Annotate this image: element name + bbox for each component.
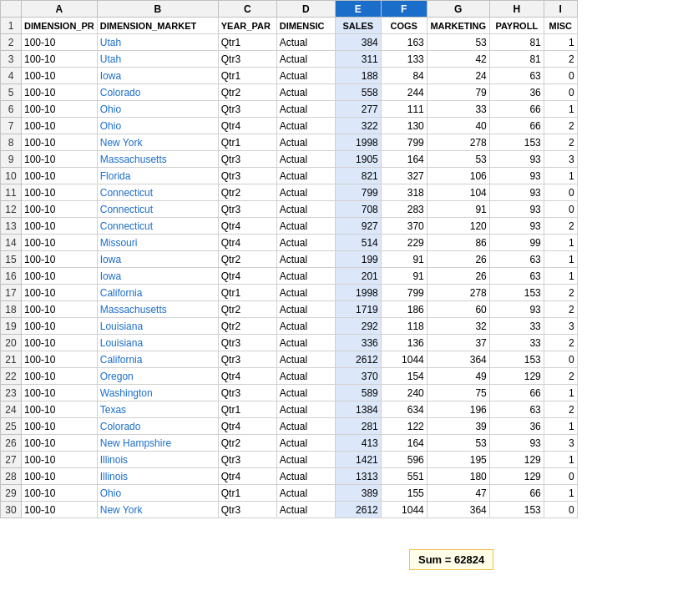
dimension-pr-cell[interactable]: 100-10 [22,435,98,452]
dimension-market-cell[interactable]: Ohio [97,101,218,118]
payroll-cell[interactable]: 63 [489,251,544,268]
cogs-cell[interactable]: 136 [381,335,427,351]
dimension-pr-cell[interactable]: 100-10 [22,184,98,201]
dimension-market-cell[interactable]: Utah [97,34,218,51]
col-header-i[interactable]: I [544,1,577,18]
payroll-cell[interactable]: 129 [489,452,544,468]
dimension-pr-cell[interactable]: 100-10 [22,502,98,518]
sales-cell[interactable]: 199 [335,251,381,268]
year-par-cell[interactable]: Qtr4 [218,468,276,485]
marketing-cell[interactable]: 120 [427,218,489,235]
misc-cell[interactable]: 2 [544,301,577,318]
table-row[interactable]: 16100-10IowaQtr4Actual2019126631 [1,268,578,285]
payroll-cell[interactable]: 93 [489,184,544,201]
dimension-cell[interactable]: Actual [276,134,335,151]
dimension-pr-cell[interactable]: 100-10 [22,235,98,251]
dimension-cell[interactable]: Actual [276,401,335,418]
dimension-market-cell[interactable]: Illinois [97,452,218,468]
marketing-cell[interactable]: 86 [427,235,489,251]
dimension-cell[interactable]: Actual [276,335,335,351]
misc-cell[interactable]: 0 [544,68,577,84]
marketing-cell[interactable]: 37 [427,335,489,351]
sales-cell[interactable]: 927 [335,218,381,235]
col-header-f[interactable]: F [381,1,427,18]
misc-cell[interactable]: 2 [544,285,577,301]
dimension-market-cell[interactable]: California [97,351,218,368]
cogs-cell[interactable]: 318 [381,184,427,201]
year-par-cell[interactable]: Qtr2 [218,184,276,201]
sales-cell[interactable]: 1384 [335,401,381,418]
year-par-cell[interactable]: Qtr4 [218,368,276,385]
misc-cell[interactable]: 1 [544,168,577,184]
dimension-pr-cell[interactable]: 100-10 [22,385,98,401]
table-row[interactable]: 15100-10IowaQtr2Actual1999126631 [1,251,578,268]
marketing-cell[interactable]: 26 [427,268,489,285]
year-par-cell[interactable]: Qtr4 [218,418,276,435]
marketing-cell[interactable]: 106 [427,168,489,184]
payroll-cell[interactable]: 63 [489,268,544,285]
table-row[interactable]: 22100-10OregonQtr4Actual370154491292 [1,368,578,385]
dimension-cell[interactable]: Actual [276,34,335,51]
sales-cell[interactable]: 384 [335,34,381,51]
table-row[interactable]: 21100-10CaliforniaQtr3Actual261210443641… [1,351,578,368]
dimension-cell[interactable]: Actual [276,502,335,518]
sales-cell[interactable]: 1313 [335,468,381,485]
dimension-cell[interactable]: Actual [276,468,335,485]
sales-cell[interactable]: 514 [335,235,381,251]
misc-cell[interactable]: 2 [544,218,577,235]
dimension-pr-cell[interactable]: 100-10 [22,218,98,235]
cogs-cell[interactable]: 596 [381,452,427,468]
table-row[interactable]: 14100-10MissouriQtr4Actual51422986991 [1,235,578,251]
sales-cell[interactable]: 821 [335,168,381,184]
dimension-pr-cell[interactable]: 100-10 [22,101,98,118]
dimension-pr-cell[interactable]: 100-10 [22,118,98,134]
year-par-cell[interactable]: Qtr2 [218,318,276,335]
cogs-cell[interactable]: 1044 [381,502,427,518]
table-row[interactable]: 17100-10CaliforniaQtr1Actual199879927815… [1,285,578,301]
col-header-e[interactable]: E [335,1,381,18]
table-row[interactable]: 23100-10WashingtonQtr3Actual58924075661 [1,385,578,401]
dimension-market-cell[interactable]: Connecticut [97,218,218,235]
misc-cell[interactable]: 0 [544,502,577,518]
payroll-cell[interactable]: 153 [489,285,544,301]
payroll-cell[interactable]: 129 [489,368,544,385]
misc-cell[interactable]: 2 [544,401,577,418]
payroll-cell[interactable]: 153 [489,502,544,518]
payroll-cell[interactable]: 153 [489,134,544,151]
cogs-cell[interactable]: 84 [381,68,427,84]
dimension-market-cell[interactable]: Illinois [97,468,218,485]
marketing-cell[interactable]: 91 [427,201,489,218]
misc-cell[interactable]: 1 [544,268,577,285]
dimension-pr-cell[interactable]: 100-10 [22,335,98,351]
payroll-cell[interactable]: 93 [489,168,544,184]
col-header-a[interactable]: A [22,1,98,18]
marketing-cell[interactable]: 53 [427,34,489,51]
cogs-cell[interactable]: 155 [381,485,427,502]
dimension-pr-cell[interactable]: 100-10 [22,201,98,218]
table-row[interactable]: 18100-10MassachusettsQtr2Actual171918660… [1,301,578,318]
table-row[interactable]: 26100-10New HampshireQtr2Actual413164539… [1,435,578,452]
dimension-pr-cell[interactable]: 100-10 [22,485,98,502]
sales-cell[interactable]: 292 [335,318,381,335]
dimension-market-cell[interactable]: Colorado [97,418,218,435]
cogs-cell[interactable]: 164 [381,151,427,168]
marketing-cell[interactable]: 364 [427,502,489,518]
dimension-market-cell[interactable]: Ohio [97,485,218,502]
cogs-cell[interactable]: 1044 [381,351,427,368]
cogs-cell[interactable]: 91 [381,251,427,268]
year-par-cell[interactable]: Qtr3 [218,101,276,118]
dimension-market-cell[interactable]: New York [97,502,218,518]
cogs-cell[interactable]: 634 [381,401,427,418]
dimension-pr-cell[interactable]: 100-10 [22,351,98,368]
dimension-cell[interactable]: Actual [276,51,335,68]
year-par-cell[interactable]: Qtr3 [218,168,276,184]
sales-cell[interactable]: 413 [335,435,381,452]
payroll-cell[interactable]: 63 [489,401,544,418]
year-par-cell[interactable]: Qtr1 [218,401,276,418]
marketing-cell[interactable]: 75 [427,385,489,401]
dimension-cell[interactable]: Actual [276,201,335,218]
dimension-cell[interactable]: Actual [276,251,335,268]
sales-cell[interactable]: 389 [335,485,381,502]
dimension-market-cell[interactable]: Louisiana [97,335,218,351]
year-par-cell[interactable]: Qtr3 [218,502,276,518]
